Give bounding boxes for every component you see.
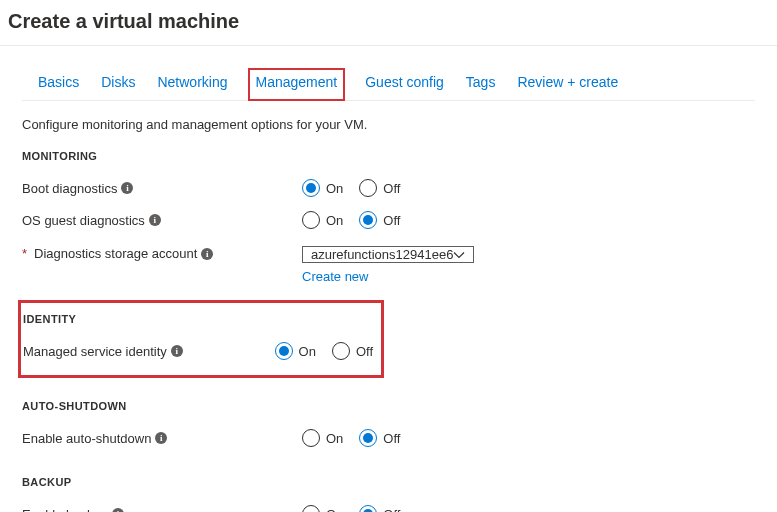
identity-highlight-box: IDENTITY Managed service identity i On O… xyxy=(18,300,384,378)
field-managed-service-identity: Managed service identity i On Off xyxy=(23,335,373,367)
field-boot-diagnostics: Boot diagnostics i On Off xyxy=(22,172,755,204)
tab-networking[interactable]: Networking xyxy=(155,68,229,100)
backup-off-radio[interactable]: Off xyxy=(359,505,400,512)
radio-on-label: On xyxy=(326,213,343,228)
autoshutdown-off-radio[interactable]: Off xyxy=(359,429,400,447)
radio-on-label: On xyxy=(326,507,343,513)
tab-guest-config[interactable]: Guest config xyxy=(363,68,446,100)
msi-radio-group: On Off xyxy=(275,342,373,360)
tab-description: Configure monitoring and management opti… xyxy=(22,117,755,132)
os-guest-diagnostics-radio-group: On Off xyxy=(302,211,400,229)
msi-off-radio[interactable]: Off xyxy=(332,342,373,360)
page-title: Create a virtual machine xyxy=(0,0,777,46)
tab-review-create[interactable]: Review + create xyxy=(515,68,620,100)
info-icon[interactable]: i xyxy=(201,248,213,260)
info-icon[interactable]: i xyxy=(121,182,133,194)
section-backup-header: BACKUP xyxy=(22,476,755,488)
radio-off-label: Off xyxy=(383,213,400,228)
section-autoshutdown-header: AUTO-SHUTDOWN xyxy=(22,400,755,412)
section-monitoring-header: MONITORING xyxy=(22,150,755,162)
os-guest-on-radio[interactable]: On xyxy=(302,211,343,229)
info-icon[interactable]: i xyxy=(149,214,161,226)
radio-on-label: On xyxy=(299,344,316,359)
msi-on-radio[interactable]: On xyxy=(275,342,316,360)
create-new-link[interactable]: Create new xyxy=(302,269,368,284)
backup-on-radio[interactable]: On xyxy=(302,505,343,512)
info-icon[interactable]: i xyxy=(112,508,124,512)
autoshutdown-radio-group: On Off xyxy=(302,429,400,447)
boot-diagnostics-on-radio[interactable]: On xyxy=(302,179,343,197)
diagnostics-storage-dropdown[interactable]: azurefunctions12941ee6 xyxy=(302,246,474,263)
content-area: Basics Disks Networking Management Guest… xyxy=(0,68,777,512)
tab-management[interactable]: Management xyxy=(248,68,346,101)
autoshutdown-label: Enable auto-shutdown xyxy=(22,431,151,446)
radio-off-label: Off xyxy=(383,507,400,513)
field-diagnostics-storage: * Diagnostics storage account i azurefun… xyxy=(22,236,755,290)
radio-on-label: On xyxy=(326,181,343,196)
radio-off-label: Off xyxy=(383,431,400,446)
tab-basics[interactable]: Basics xyxy=(36,68,81,100)
info-icon[interactable]: i xyxy=(155,432,167,444)
autoshutdown-on-radio[interactable]: On xyxy=(302,429,343,447)
tab-tags[interactable]: Tags xyxy=(464,68,498,100)
boot-diagnostics-off-radio[interactable]: Off xyxy=(359,179,400,197)
boot-diagnostics-label: Boot diagnostics xyxy=(22,181,117,196)
field-os-guest-diagnostics: OS guest diagnostics i On Off xyxy=(22,204,755,236)
backup-radio-group: On Off xyxy=(302,505,400,512)
diagnostics-storage-value: azurefunctions12941ee6 xyxy=(311,247,453,262)
info-icon[interactable]: i xyxy=(171,345,183,357)
tabs: Basics Disks Networking Management Guest… xyxy=(22,68,755,101)
os-guest-diagnostics-label: OS guest diagnostics xyxy=(22,213,145,228)
radio-off-label: Off xyxy=(356,344,373,359)
boot-diagnostics-radio-group: On Off xyxy=(302,179,400,197)
backup-label: Enable backup xyxy=(22,507,108,513)
os-guest-off-radio[interactable]: Off xyxy=(359,211,400,229)
tab-disks[interactable]: Disks xyxy=(99,68,137,100)
section-identity-header: IDENTITY xyxy=(23,313,373,325)
field-enable-autoshutdown: Enable auto-shutdown i On Off xyxy=(22,422,755,454)
msi-label: Managed service identity xyxy=(23,344,167,359)
field-enable-backup: Enable backup i On Off xyxy=(22,498,755,512)
radio-on-label: On xyxy=(326,431,343,446)
chevron-down-icon xyxy=(453,249,465,261)
diagnostics-storage-label: Diagnostics storage account xyxy=(34,246,197,261)
radio-off-label: Off xyxy=(383,181,400,196)
required-asterisk: * xyxy=(22,246,27,261)
